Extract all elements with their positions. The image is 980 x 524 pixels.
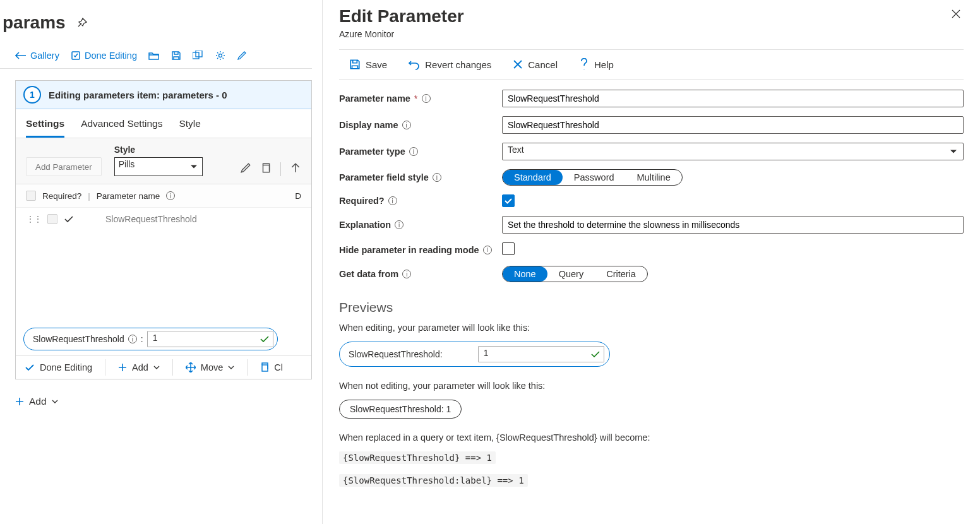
preview-code-1: {SlowRequestThreshold} ==> 1: [339, 451, 496, 464]
paramtype-label: Parameter type: [339, 146, 405, 157]
chevron-down-icon: [52, 400, 58, 403]
svg-rect-4: [263, 165, 270, 172]
add-component-button[interactable]: Add: [15, 396, 312, 407]
settings-gear-icon[interactable]: [215, 51, 225, 61]
edit-pencil-icon[interactable]: [237, 51, 247, 61]
card-tabs: Settings Advanced Settings Style: [16, 109, 311, 138]
required-column: Required?: [42, 191, 81, 201]
page-title: params: [3, 13, 66, 33]
tab-advanced-settings[interactable]: Advanced Settings: [81, 118, 162, 138]
getdata-none[interactable]: None: [503, 266, 547, 282]
move-footer-button[interactable]: Move: [177, 356, 243, 379]
paramname-label: Parameter name: [339, 93, 410, 104]
select-all-checkbox[interactable]: [26, 191, 36, 201]
workbook-editor-pane: params Gallery Done Editing 1 Editi: [0, 0, 322, 524]
info-icon[interactable]: i: [483, 246, 492, 254]
tab-settings[interactable]: Settings: [26, 118, 64, 138]
info-icon[interactable]: i: [402, 270, 411, 278]
displayname-input[interactable]: [502, 116, 964, 134]
help-button[interactable]: Help: [575, 57, 618, 71]
info-icon[interactable]: i: [433, 173, 441, 182]
card-footer: Done Editing Add Move Cl: [16, 355, 311, 379]
tab-style[interactable]: Style: [179, 118, 200, 138]
fieldstyle-segmented: Standard Password Multiline: [502, 169, 683, 186]
parameters-card: 1 Editing parameters item: parameters - …: [15, 80, 312, 379]
svg-rect-5: [262, 365, 268, 371]
add-parameter-button[interactable]: Add Parameter: [26, 157, 102, 176]
plus-icon: [15, 397, 24, 406]
plus-icon: [118, 363, 127, 372]
close-button[interactable]: [948, 6, 964, 21]
hide-checkbox[interactable]: [502, 242, 515, 255]
done-editing-footer-button[interactable]: Done Editing: [16, 356, 101, 379]
copy-icon: [260, 362, 269, 372]
x-icon: [513, 59, 523, 69]
done-editing-button[interactable]: Done Editing: [71, 51, 137, 61]
save-icon[interactable]: [171, 51, 181, 61]
preview-readonly-pill: SlowRequestThreshold: 1: [339, 400, 462, 419]
grid-header: Required? | Parameter name i D: [16, 184, 311, 208]
workbook-toolbar: Gallery Done Editing: [0, 51, 312, 69]
table-row[interactable]: ⋮⋮ SlowRequestThreshold: [16, 208, 311, 230]
check-icon: [25, 364, 35, 371]
panel-toolbar: Save Revert changes Cancel Help: [339, 49, 964, 80]
style-select[interactable]: Pills: [114, 157, 203, 176]
clone-footer-button[interactable]: Cl: [251, 356, 292, 379]
panel-subtitle: Azure Monitor: [339, 29, 464, 39]
save-button[interactable]: Save: [345, 57, 391, 71]
copy-icon[interactable]: [260, 162, 272, 176]
explanation-label: Explanation: [339, 220, 391, 230]
required-check-icon: [64, 215, 74, 223]
panel-title: Edit Parameter: [339, 6, 464, 27]
paramname-input[interactable]: [502, 90, 964, 107]
check-icon: [504, 198, 513, 205]
pin-button[interactable]: [75, 15, 90, 30]
gallery-button[interactable]: Gallery: [15, 51, 59, 61]
preview-readonly-text: When not editing, your parameter will lo…: [339, 381, 964, 391]
done-icon: [71, 51, 81, 61]
info-icon[interactable]: i: [128, 335, 137, 343]
save-as-icon[interactable]: [193, 51, 204, 61]
info-icon[interactable]: i: [166, 191, 175, 200]
row-checkbox[interactable]: [47, 214, 57, 224]
help-icon: [579, 58, 589, 71]
info-icon[interactable]: i: [395, 220, 403, 229]
valid-check-icon: [591, 351, 600, 357]
info-icon[interactable]: i: [388, 196, 397, 205]
close-icon: [951, 9, 961, 19]
fieldstyle-label: Parameter field style: [339, 172, 429, 182]
style-label: Style: [114, 145, 203, 155]
info-icon[interactable]: i: [402, 121, 411, 129]
parameter-pill: SlowRequestThreshold i : 1: [23, 328, 278, 350]
revert-button[interactable]: Revert changes: [405, 57, 495, 71]
cancel-button[interactable]: Cancel: [509, 57, 561, 71]
paramtype-select[interactable]: Text: [502, 143, 964, 160]
explanation-input[interactable]: [502, 216, 964, 234]
previews-section-title: Previews: [339, 300, 964, 315]
required-checkbox[interactable]: [502, 194, 515, 207]
fieldstyle-standard[interactable]: Standard: [503, 170, 563, 185]
required-label: Required?: [339, 196, 385, 206]
pill-label: SlowRequestThreshold: [33, 334, 124, 344]
pill-input[interactable]: 1: [147, 331, 273, 347]
card-header: 1 Editing parameters item: parameters - …: [16, 81, 311, 109]
info-icon[interactable]: i: [422, 94, 431, 103]
settings-subtoolbar: Add Parameter Style Pills: [16, 138, 311, 184]
move-icon: [186, 362, 196, 372]
getdata-query[interactable]: Query: [547, 266, 595, 282]
preview-pill-input[interactable]: 1: [478, 346, 604, 362]
open-icon[interactable]: [148, 51, 160, 60]
add-footer-button[interactable]: Add: [109, 356, 169, 379]
pin-icon: [77, 18, 87, 28]
step-badge: 1: [23, 86, 41, 104]
fieldstyle-multiline[interactable]: Multiline: [626, 170, 682, 185]
arrow-left-icon: [15, 52, 27, 59]
info-icon[interactable]: i: [409, 147, 418, 156]
move-up-icon[interactable]: [290, 162, 301, 176]
getdata-criteria[interactable]: Criteria: [595, 266, 647, 282]
getdata-segmented: None Query Criteria: [502, 266, 648, 282]
edit-row-icon[interactable]: [240, 162, 251, 176]
fieldstyle-password[interactable]: Password: [563, 170, 626, 185]
hide-label: Hide parameter in reading mode: [339, 245, 479, 255]
drag-handle-icon[interactable]: ⋮⋮: [26, 214, 41, 224]
